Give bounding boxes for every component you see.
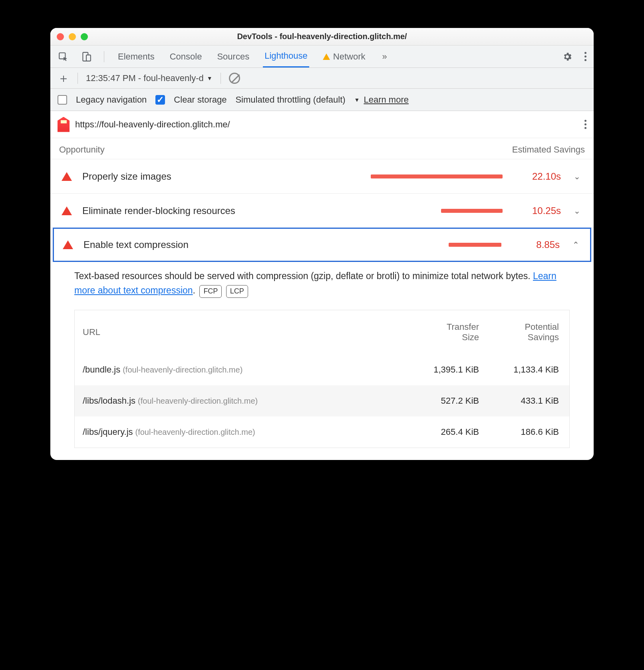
resource-path: /libs/jquery.js [83,427,133,437]
resource-size: 265.4 KiB [409,427,489,437]
legacy-nav-label: Legacy navigation [76,95,147,105]
savings-bar [441,209,503,213]
tab-network-label: Network [333,52,366,62]
resource-path: /libs/lodash.js [83,396,135,406]
chevron-up-icon: ⌃ [570,240,581,250]
opportunity-row[interactable]: Eliminate render-blocking resources 10.2… [50,194,594,228]
savings-bar-area [276,174,503,178]
opportunity-description: Text-based resources should be served wi… [50,262,594,305]
devtools-window: DevTools - foul-heavenly-direction.glitc… [50,28,594,460]
opportunity-time: 22.10s [513,171,561,182]
savings-bar [371,174,503,178]
report-selector-label: 12:35:47 PM - foul-heavenly-d [86,73,204,83]
resource-savings: 1,133.4 KiB [489,365,569,375]
learn-more-link[interactable]: ▼ Learn more [354,95,409,105]
device-toggle-icon[interactable] [81,51,92,62]
close-window-button[interactable] [57,33,64,40]
opportunity-row[interactable]: Properly size images 22.10s ⌄ [50,159,594,194]
window-title: DevTools - foul-heavenly-direction.glitc… [50,32,594,41]
resource-path: /bundle.js [83,365,120,375]
resources-table: URL Transfer Size Potential Savings /bun… [74,310,570,448]
table-row: /libs/lodash.js(foul-heavenly-direction.… [75,385,569,416]
tab-console[interactable]: Console [168,46,204,67]
divider [221,73,221,84]
chevron-down-icon: ⌄ [571,172,582,181]
lighthouse-toolbar: ＋ 12:35:47 PM - foul-heavenly-d ▼ [50,68,594,89]
chevron-down-icon: ▼ [207,75,213,81]
chevron-down-icon: ▼ [354,97,360,103]
throttling-label: Simulated throttling (default) [235,95,345,105]
savings-col-label: Estimated Savings [512,145,585,155]
table-row: /libs/jquery.js(foul-heavenly-direction.… [75,416,569,448]
chevron-down-icon: ⌄ [571,206,582,216]
lighthouse-logo-icon [58,117,70,132]
fcp-badge: FCP [199,285,222,298]
report-menu-icon[interactable] [584,120,586,129]
resource-host: (foul-heavenly-direction.glitch.me) [138,396,258,405]
tab-lighthouse[interactable]: Lighthouse [263,46,309,67]
col-save-label: Potential Savings [489,322,569,343]
fail-icon [62,206,72,215]
resource-savings: 433.1 KiB [489,396,569,406]
opportunity-time: 8.85s [512,239,560,250]
tab-lighthouse-label: Lighthouse [264,51,308,61]
opportunity-title: Properly size images [82,171,266,182]
settings-icon[interactable] [562,52,572,62]
more-tabs-icon[interactable]: » [379,51,390,62]
divider [104,51,104,62]
savings-bar-area [278,243,501,247]
lighthouse-options: Legacy navigation ✓ Clear storage Simula… [50,89,594,111]
tab-sources-label: Sources [217,52,249,62]
tab-network[interactable]: Network [321,46,367,67]
tab-console-label: Console [170,52,202,62]
savings-bar [449,243,501,247]
col-size-label: Transfer Size [409,322,489,343]
learn-more-text: Learn more [364,95,409,105]
savings-bar-area [276,209,503,213]
fail-icon [62,172,72,181]
tab-elements-label: Elements [118,52,155,62]
opportunity-title: Eliminate render-blocking resources [82,205,266,216]
desc-text: Text-based resources should be served wi… [74,271,533,281]
legacy-nav-checkbox[interactable] [58,95,67,105]
divider [78,73,78,84]
lcp-badge: LCP [226,285,248,298]
opportunity-col-label: Opportunity [59,145,105,155]
audited-url-row: https://foul-heavenly-direction.glitch.m… [50,111,594,138]
traffic-lights [57,33,88,40]
devtools-tabs: Elements Console Sources Lighthouse Netw… [50,46,594,68]
inspect-icon[interactable] [58,51,69,62]
table-header: URL Transfer Size Potential Savings [75,310,569,354]
clear-icon[interactable] [229,73,240,84]
opportunities-header: Opportunity Estimated Savings [50,138,594,159]
resource-host: (foul-heavenly-direction.glitch.me) [123,365,242,374]
zoom-window-button[interactable] [81,33,88,40]
resource-size: 527.2 KiB [409,396,489,406]
period: . [193,285,195,295]
resource-host: (foul-heavenly-direction.glitch.me) [135,428,255,436]
opportunity-title: Enable text compression [83,239,267,250]
svg-rect-2 [86,55,91,61]
titlebar: DevTools - foul-heavenly-direction.glitc… [50,28,594,46]
clear-storage-checkbox[interactable]: ✓ [155,95,165,105]
minimize-window-button[interactable] [69,33,76,40]
audited-url: https://foul-heavenly-direction.glitch.m… [75,119,230,130]
warning-icon [323,54,330,60]
tab-elements[interactable]: Elements [116,46,156,67]
report-selector[interactable]: 12:35:47 PM - foul-heavenly-d ▼ [86,73,213,83]
table-row: /bundle.js(foul-heavenly-direction.glitc… [75,354,569,385]
clear-storage-label: Clear storage [174,95,227,105]
col-url-label: URL [75,327,409,337]
resource-savings: 186.6 KiB [489,427,569,437]
resource-size: 1,395.1 KiB [409,365,489,375]
new-report-button[interactable]: ＋ [58,72,70,84]
opportunity-time: 10.25s [513,205,561,216]
tab-sources[interactable]: Sources [215,46,251,67]
opportunity-row-expanded[interactable]: Enable text compression 8.85s ⌃ [53,228,591,262]
kebab-menu-icon[interactable] [584,52,586,61]
fail-icon [63,240,73,249]
